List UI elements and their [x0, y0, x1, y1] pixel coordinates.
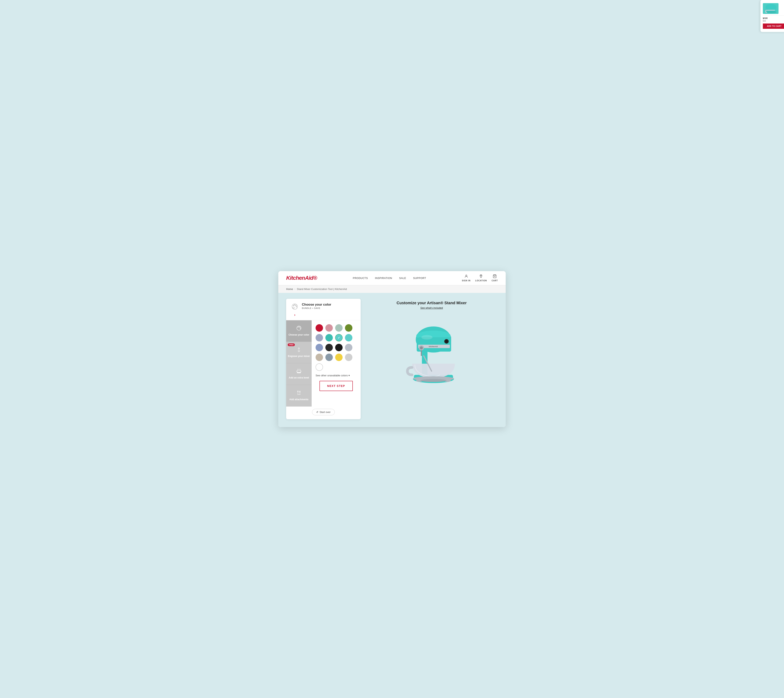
breadcrumb: Home › Stand Mixer Customization Tool | … [278, 285, 506, 293]
color-swatch-black2[interactable] [335, 344, 343, 351]
sign-in-button[interactable]: SIGN IN [462, 274, 470, 282]
location-icon [479, 274, 483, 279]
mixer-area: Customize your Artisan® Stand Mixer See … [365, 299, 498, 395]
svg-point-5 [294, 304, 295, 305]
sidebar-step-engrave[interactable]: Free Engrave your mixer [286, 342, 312, 364]
color-swatch-silver[interactable] [345, 344, 352, 351]
mixer-image-container: KitchenAid [381, 313, 482, 395]
color-swatch-aqua2[interactable] [345, 334, 352, 341]
breadcrumb-home[interactable]: Home [286, 288, 293, 291]
color-swatch-slate[interactable] [325, 354, 333, 361]
user-icon [464, 274, 468, 279]
palette-step-icon [296, 325, 302, 332]
next-step-button[interactable]: NEXT STEP [320, 381, 353, 391]
color-swatch-light-gray[interactable] [345, 354, 352, 361]
bowl-step-icon [296, 369, 302, 375]
refresh-icon: ↺ [316, 411, 318, 413]
step-forward-arrow[interactable]: › [294, 313, 296, 317]
svg-point-13 [300, 328, 300, 329]
step-header: › Choose your color BUNDLE + SAVE [286, 299, 361, 320]
color-swatch-periwinkle[interactable] [315, 344, 323, 351]
color-swatch-yellow[interactable] [335, 354, 343, 361]
attachments-step-icon [296, 390, 302, 397]
color-swatch-red[interactable] [315, 324, 323, 332]
color-grid [315, 324, 357, 371]
sidebar-attachments-label: Add attachments [289, 398, 308, 401]
mixer-illustration: KitchenAid [388, 317, 475, 392]
nav-inspiration[interactable]: INSPIRATION [375, 277, 392, 280]
color-swatch-black1[interactable] [325, 344, 333, 351]
sidebar-step-bowl[interactable]: Add an extra bowl [286, 364, 312, 385]
svg-point-14 [297, 370, 301, 372]
see-other-colors-button[interactable]: See other unavailable colors ▾ [315, 374, 357, 377]
color-swatch-white[interactable] [315, 364, 323, 371]
next-step-area: NEXT STEP [315, 381, 357, 395]
cart-button[interactable]: CART [492, 274, 498, 282]
svg-rect-33 [421, 350, 422, 356]
location-label: LOCATION [475, 280, 487, 282]
color-swatch-dusty-rose[interactable] [325, 324, 333, 332]
cart-icon [493, 274, 497, 279]
steps-sidebar: Choose your color Free [286, 320, 312, 407]
main-content: › Choose your color BUNDLE + SAVE [278, 293, 506, 427]
svg-point-0 [465, 275, 467, 276]
sidebar-step-attachments[interactable]: Add attachments [286, 385, 312, 407]
breadcrumb-current: Stand Mixer Customization Tool | Kitchen… [297, 288, 347, 291]
step-panel-body: Choose your color Free [286, 320, 361, 407]
svg-point-10 [297, 327, 298, 328]
svg-point-43 [421, 335, 432, 339]
color-swatch-aqua[interactable] [335, 334, 343, 341]
configurator-panel: › Choose your color BUNDLE + SAVE [286, 299, 361, 419]
sidebar-step-color[interactable]: Choose your color [286, 320, 312, 342]
breadcrumb-separator: › [295, 288, 295, 290]
nav-support[interactable]: SUPPORT [413, 277, 426, 280]
browser-window: KitchenAid® PRODUCTS INSPIRATION SALE SU… [278, 271, 506, 427]
svg-point-1 [481, 275, 481, 276]
svg-point-41 [421, 379, 446, 382]
sidebar-bowl-label: Add an extra bowl [289, 376, 309, 379]
main-nav: PRODUCTS INSPIRATION SALE SUPPORT [353, 276, 426, 280]
color-swatch-sage[interactable] [335, 324, 343, 332]
cart-label: CART [492, 280, 498, 282]
color-swatch-green[interactable] [345, 324, 352, 332]
step-title-area: Choose your color BUNDLE + SAVE [302, 303, 356, 309]
svg-point-12 [299, 327, 300, 328]
svg-point-11 [299, 326, 299, 327]
start-over-area: ↺ Start over [286, 407, 361, 419]
start-over-button[interactable]: ↺ Start over [312, 409, 335, 415]
svg-point-7 [296, 306, 297, 307]
svg-text:KitchenAid: KitchenAid [429, 346, 438, 347]
svg-point-32 [420, 346, 423, 349]
svg-point-4 [293, 305, 294, 306]
sidebar-color-label: Choose your color [289, 333, 309, 337]
engrave-step-icon [296, 347, 302, 353]
step-icon-area: › [291, 303, 299, 317]
step-title: Choose your color [302, 303, 356, 306]
sign-in-label: SIGN IN [462, 280, 470, 282]
nav-products[interactable]: PRODUCTS [353, 277, 368, 280]
sidebar-engrave-label: Engrave your mixer [288, 355, 310, 358]
nav-icons: SIGN IN LOCATION [462, 274, 498, 282]
color-grid-area: See other unavailable colors ▾ NEXT STEP [312, 320, 361, 407]
nav-sale[interactable]: SALE [399, 277, 406, 280]
palette-icon [291, 303, 299, 311]
svg-point-8 [293, 307, 294, 309]
svg-point-30 [445, 340, 448, 342]
color-swatch-tan[interactable] [315, 354, 323, 361]
step-subtitle: BUNDLE + SAVE [302, 307, 356, 309]
see-included-link[interactable]: See what's included [420, 306, 443, 309]
location-button[interactable]: LOCATION [475, 274, 487, 282]
color-swatch-lavender[interactable] [315, 334, 323, 341]
chevron-down-icon: ▾ [348, 374, 350, 377]
mixer-title: Customize your Artisan® Stand Mixer [396, 301, 467, 305]
svg-point-6 [295, 305, 297, 306]
header: KitchenAid® PRODUCTS INSPIRATION SALE SU… [278, 271, 506, 285]
brand-logo[interactable]: KitchenAid® [286, 275, 317, 281]
color-swatch-teal[interactable] [325, 334, 333, 341]
free-badge: Free [288, 343, 295, 346]
